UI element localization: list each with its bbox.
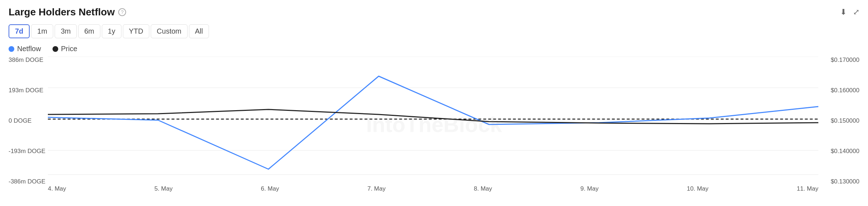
page-title: Large Holders Netflow [9,6,115,18]
header-actions: ⬇ ⤢ [840,8,859,17]
y-axis-left: 386m DOGE193m DOGE0 DOGE-193m DOGE-386m … [9,57,48,192]
time-filters: 7d1m3m6m1yYTDCustomAll [9,24,859,38]
x-label: 5. May [154,185,173,192]
help-icon[interactable]: ? [118,8,126,16]
y-label-right: $0.130000 [818,178,859,185]
legend: NetflowPrice [9,45,859,53]
legend-item-price: Price [53,45,78,53]
filter-btn-6m[interactable]: 6m [78,24,100,38]
legend-label-price: Price [61,45,78,53]
filter-btn-custom[interactable]: Custom [151,24,188,38]
x-label: 6. May [261,185,279,192]
y-label-right: $0.150000 [818,117,859,124]
y-label-right: $0.160000 [818,87,859,94]
chart-svg-wrapper [48,57,818,182]
y-label-left: 193m DOGE [9,87,48,94]
expand-icon[interactable]: ⤢ [853,8,859,17]
netflow-line [48,76,818,169]
x-label: 4. May [48,185,66,192]
x-label: 11. May [797,185,818,192]
y-label-left: 0 DOGE [9,117,48,124]
y-label-right: $0.140000 [818,148,859,155]
chart-area: 386m DOGE193m DOGE0 DOGE-193m DOGE-386m … [9,57,859,192]
price-line [48,109,818,124]
legend-item-netflow: Netflow [9,45,41,53]
legend-label-netflow: Netflow [17,45,41,53]
legend-dot-price [53,46,58,52]
y-label-right: $0.170000 [818,57,859,64]
header-row: Large Holders Netflow ? ⬇ ⤢ [9,6,859,18]
title-area: Large Holders Netflow ? [9,6,126,18]
download-icon[interactable]: ⬇ [840,8,847,17]
page-container: Large Holders Netflow ? ⬇ ⤢ 7d1m3m6m1yYT… [0,0,868,206]
x-label: 7. May [367,185,385,192]
legend-dot-netflow [9,46,14,52]
x-label: 9. May [580,185,599,192]
filter-btn-1m[interactable]: 1m [31,24,53,38]
chart-svg [48,57,818,182]
filter-btn-all[interactable]: All [189,24,209,38]
filter-btn-ytd[interactable]: YTD [123,24,149,38]
filter-btn-7d[interactable]: 7d [9,24,30,38]
x-label: 8. May [474,185,492,192]
y-axis-right: $0.170000$0.160000$0.150000$0.140000$0.1… [818,57,859,192]
y-label-left: -386m DOGE [9,178,48,185]
y-label-left: 386m DOGE [9,57,48,64]
x-axis-labels: 4. May5. May6. May7. May8. May9. May10. … [48,185,818,192]
filter-btn-1y[interactable]: 1y [102,24,121,38]
y-label-left: -193m DOGE [9,148,48,155]
filter-btn-3m[interactable]: 3m [55,24,77,38]
x-label: 10. May [687,185,708,192]
